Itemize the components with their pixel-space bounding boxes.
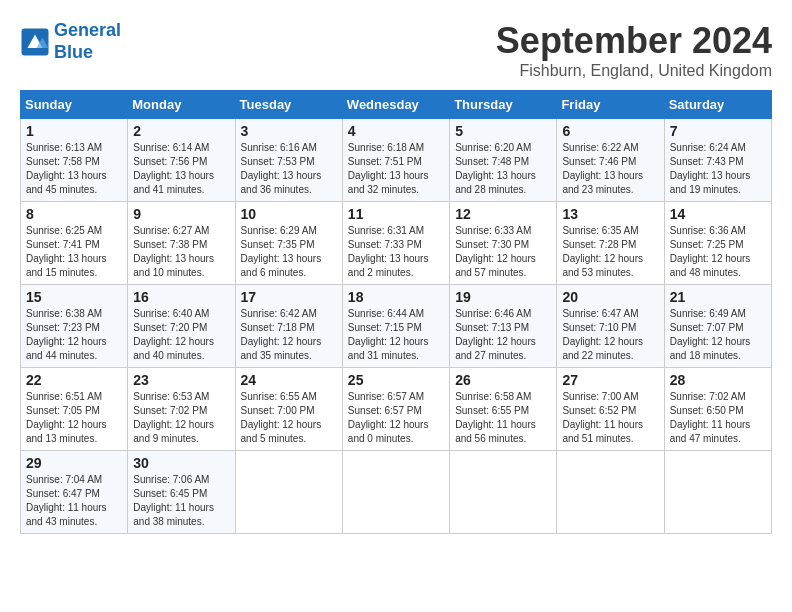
logo-icon — [20, 27, 50, 57]
calendar-cell: 18Sunrise: 6:44 AM Sunset: 7:15 PM Dayli… — [342, 285, 449, 368]
day-info: Sunrise: 6:22 AM Sunset: 7:46 PM Dayligh… — [562, 141, 658, 197]
day-number: 19 — [455, 289, 551, 305]
weekday-header: Sunday — [21, 91, 128, 119]
title-block: September 2024 Fishburn, England, United… — [496, 20, 772, 80]
calendar-cell: 28Sunrise: 7:02 AM Sunset: 6:50 PM Dayli… — [664, 368, 771, 451]
day-number: 18 — [348, 289, 444, 305]
calendar-week-row: 15Sunrise: 6:38 AM Sunset: 7:23 PM Dayli… — [21, 285, 772, 368]
weekday-header: Tuesday — [235, 91, 342, 119]
day-info: Sunrise: 6:42 AM Sunset: 7:18 PM Dayligh… — [241, 307, 337, 363]
day-info: Sunrise: 6:40 AM Sunset: 7:20 PM Dayligh… — [133, 307, 229, 363]
calendar-cell: 1Sunrise: 6:13 AM Sunset: 7:58 PM Daylig… — [21, 119, 128, 202]
day-info: Sunrise: 6:53 AM Sunset: 7:02 PM Dayligh… — [133, 390, 229, 446]
day-info: Sunrise: 6:16 AM Sunset: 7:53 PM Dayligh… — [241, 141, 337, 197]
day-info: Sunrise: 6:20 AM Sunset: 7:48 PM Dayligh… — [455, 141, 551, 197]
logo-line1: General — [54, 20, 121, 40]
calendar-cell: 26Sunrise: 6:58 AM Sunset: 6:55 PM Dayli… — [450, 368, 557, 451]
calendar-cell: 5Sunrise: 6:20 AM Sunset: 7:48 PM Daylig… — [450, 119, 557, 202]
day-number: 27 — [562, 372, 658, 388]
calendar-cell: 21Sunrise: 6:49 AM Sunset: 7:07 PM Dayli… — [664, 285, 771, 368]
day-number: 20 — [562, 289, 658, 305]
calendar-cell: 13Sunrise: 6:35 AM Sunset: 7:28 PM Dayli… — [557, 202, 664, 285]
calendar-cell: 20Sunrise: 6:47 AM Sunset: 7:10 PM Dayli… — [557, 285, 664, 368]
calendar-cell: 11Sunrise: 6:31 AM Sunset: 7:33 PM Dayli… — [342, 202, 449, 285]
day-number: 1 — [26, 123, 122, 139]
calendar-cell: 19Sunrise: 6:46 AM Sunset: 7:13 PM Dayli… — [450, 285, 557, 368]
day-info: Sunrise: 7:04 AM Sunset: 6:47 PM Dayligh… — [26, 473, 122, 529]
calendar-week-row: 8Sunrise: 6:25 AM Sunset: 7:41 PM Daylig… — [21, 202, 772, 285]
calendar-week-row: 1Sunrise: 6:13 AM Sunset: 7:58 PM Daylig… — [21, 119, 772, 202]
calendar-body: 1Sunrise: 6:13 AM Sunset: 7:58 PM Daylig… — [21, 119, 772, 534]
day-info: Sunrise: 6:51 AM Sunset: 7:05 PM Dayligh… — [26, 390, 122, 446]
header-row: SundayMondayTuesdayWednesdayThursdayFrid… — [21, 91, 772, 119]
day-number: 22 — [26, 372, 122, 388]
day-info: Sunrise: 6:27 AM Sunset: 7:38 PM Dayligh… — [133, 224, 229, 280]
day-number: 30 — [133, 455, 229, 471]
calendar-cell: 29Sunrise: 7:04 AM Sunset: 6:47 PM Dayli… — [21, 451, 128, 534]
day-number: 29 — [26, 455, 122, 471]
calendar-cell: 27Sunrise: 7:00 AM Sunset: 6:52 PM Dayli… — [557, 368, 664, 451]
day-number: 13 — [562, 206, 658, 222]
day-number: 15 — [26, 289, 122, 305]
weekday-header: Friday — [557, 91, 664, 119]
day-number: 10 — [241, 206, 337, 222]
calendar-cell: 3Sunrise: 6:16 AM Sunset: 7:53 PM Daylig… — [235, 119, 342, 202]
calendar-cell: 7Sunrise: 6:24 AM Sunset: 7:43 PM Daylig… — [664, 119, 771, 202]
logo-line2: Blue — [54, 42, 93, 62]
day-info: Sunrise: 6:35 AM Sunset: 7:28 PM Dayligh… — [562, 224, 658, 280]
day-number: 21 — [670, 289, 766, 305]
calendar-cell: 23Sunrise: 6:53 AM Sunset: 7:02 PM Dayli… — [128, 368, 235, 451]
calendar-cell: 4Sunrise: 6:18 AM Sunset: 7:51 PM Daylig… — [342, 119, 449, 202]
calendar-cell — [450, 451, 557, 534]
calendar-cell: 25Sunrise: 6:57 AM Sunset: 6:57 PM Dayli… — [342, 368, 449, 451]
calendar-cell — [235, 451, 342, 534]
day-info: Sunrise: 6:14 AM Sunset: 7:56 PM Dayligh… — [133, 141, 229, 197]
day-info: Sunrise: 6:46 AM Sunset: 7:13 PM Dayligh… — [455, 307, 551, 363]
calendar-cell: 8Sunrise: 6:25 AM Sunset: 7:41 PM Daylig… — [21, 202, 128, 285]
day-info: Sunrise: 6:49 AM Sunset: 7:07 PM Dayligh… — [670, 307, 766, 363]
weekday-header: Wednesday — [342, 91, 449, 119]
calendar-cell: 15Sunrise: 6:38 AM Sunset: 7:23 PM Dayli… — [21, 285, 128, 368]
day-info: Sunrise: 6:29 AM Sunset: 7:35 PM Dayligh… — [241, 224, 337, 280]
day-number: 23 — [133, 372, 229, 388]
day-number: 11 — [348, 206, 444, 222]
calendar-cell: 14Sunrise: 6:36 AM Sunset: 7:25 PM Dayli… — [664, 202, 771, 285]
day-number: 6 — [562, 123, 658, 139]
day-info: Sunrise: 7:06 AM Sunset: 6:45 PM Dayligh… — [133, 473, 229, 529]
location: Fishburn, England, United Kingdom — [496, 62, 772, 80]
day-number: 16 — [133, 289, 229, 305]
calendar-cell: 17Sunrise: 6:42 AM Sunset: 7:18 PM Dayli… — [235, 285, 342, 368]
calendar-cell: 16Sunrise: 6:40 AM Sunset: 7:20 PM Dayli… — [128, 285, 235, 368]
calendar-cell — [342, 451, 449, 534]
day-number: 9 — [133, 206, 229, 222]
day-info: Sunrise: 7:02 AM Sunset: 6:50 PM Dayligh… — [670, 390, 766, 446]
day-number: 8 — [26, 206, 122, 222]
month-title: September 2024 — [496, 20, 772, 62]
day-info: Sunrise: 6:18 AM Sunset: 7:51 PM Dayligh… — [348, 141, 444, 197]
day-info: Sunrise: 7:00 AM Sunset: 6:52 PM Dayligh… — [562, 390, 658, 446]
logo-text: General Blue — [54, 20, 121, 63]
weekday-header: Thursday — [450, 91, 557, 119]
day-info: Sunrise: 6:25 AM Sunset: 7:41 PM Dayligh… — [26, 224, 122, 280]
day-info: Sunrise: 6:38 AM Sunset: 7:23 PM Dayligh… — [26, 307, 122, 363]
calendar-week-row: 29Sunrise: 7:04 AM Sunset: 6:47 PM Dayli… — [21, 451, 772, 534]
calendar-cell: 2Sunrise: 6:14 AM Sunset: 7:56 PM Daylig… — [128, 119, 235, 202]
day-info: Sunrise: 6:47 AM Sunset: 7:10 PM Dayligh… — [562, 307, 658, 363]
day-info: Sunrise: 6:33 AM Sunset: 7:30 PM Dayligh… — [455, 224, 551, 280]
day-number: 12 — [455, 206, 551, 222]
day-number: 3 — [241, 123, 337, 139]
day-info: Sunrise: 6:57 AM Sunset: 6:57 PM Dayligh… — [348, 390, 444, 446]
calendar-cell: 6Sunrise: 6:22 AM Sunset: 7:46 PM Daylig… — [557, 119, 664, 202]
day-info: Sunrise: 6:58 AM Sunset: 6:55 PM Dayligh… — [455, 390, 551, 446]
weekday-header: Monday — [128, 91, 235, 119]
calendar-cell: 30Sunrise: 7:06 AM Sunset: 6:45 PM Dayli… — [128, 451, 235, 534]
calendar-cell: 9Sunrise: 6:27 AM Sunset: 7:38 PM Daylig… — [128, 202, 235, 285]
day-info: Sunrise: 6:31 AM Sunset: 7:33 PM Dayligh… — [348, 224, 444, 280]
calendar-cell: 10Sunrise: 6:29 AM Sunset: 7:35 PM Dayli… — [235, 202, 342, 285]
day-number: 5 — [455, 123, 551, 139]
day-number: 24 — [241, 372, 337, 388]
day-info: Sunrise: 6:24 AM Sunset: 7:43 PM Dayligh… — [670, 141, 766, 197]
weekday-header: Saturday — [664, 91, 771, 119]
calendar-cell — [664, 451, 771, 534]
day-number: 7 — [670, 123, 766, 139]
